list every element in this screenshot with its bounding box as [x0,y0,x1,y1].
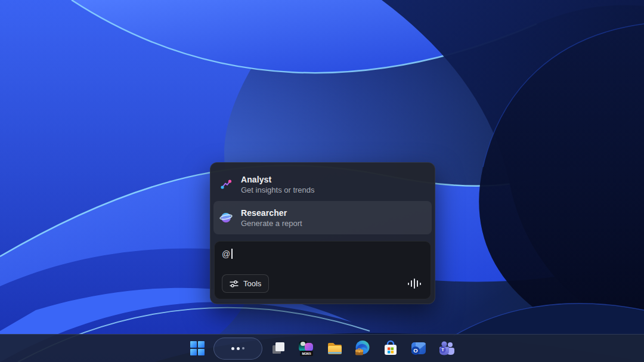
store-icon [382,340,399,357]
agent-item-researcher[interactable]: Researcher Generate a report [213,201,432,234]
text-cursor [231,249,233,259]
agent-subtitle: Get insights or trends [241,185,315,194]
trend-icon [219,178,233,191]
typing-dot [231,347,234,350]
edge-icon [354,339,371,357]
planet-icon [219,211,233,224]
typing-dot [242,347,244,349]
outlook-button[interactable]: O [407,336,431,360]
prompt-input-value[interactable]: @ [222,249,230,259]
work-briefcase-badge [355,349,363,355]
prompt-line[interactable]: @ [222,249,423,259]
prompt-controls: Tools [222,274,423,293]
search-pill[interactable] [213,338,262,360]
m365-copilot-icon: M365 [297,339,316,358]
teams-icon: T [438,339,456,357]
outlook-letter: O [413,347,417,354]
desktop: Analyst Get insights or trends Researche… [0,0,644,362]
taskbar-icon-row: M365 [185,336,459,360]
store-button[interactable] [379,336,402,360]
typing-dot [237,347,240,350]
start-button[interactable] [185,336,209,360]
m365-copilot-button[interactable]: M365 [295,336,318,360]
file-explorer-icon [326,340,343,357]
windows-logo-icon [190,341,205,356]
agent-title: Researcher [241,208,302,218]
teams-button[interactable]: T [435,336,459,360]
agent-subtitle: Generate a report [241,219,302,228]
voice-waveform-icon[interactable] [408,278,424,290]
task-view-button[interactable] [267,336,290,360]
agent-item-text: Researcher Generate a report [241,208,302,228]
copilot-flyout: Analyst Get insights or trends Researche… [210,162,435,304]
teams-letter: T [441,347,444,352]
prompt-input-box[interactable]: @ Tools [214,241,431,299]
task-view-icon [271,341,286,356]
agent-title: Analyst [241,175,315,184]
m365-badge-label: M365 [302,352,311,355]
agent-suggestion-list: Analyst Get insights or trends Researche… [210,163,435,237]
agent-item-text: Analyst Get insights or trends [241,175,315,194]
agent-item-analyst[interactable]: Analyst Get insights or trends [213,168,432,201]
tools-button-label: Tools [243,279,261,288]
tools-button[interactable]: Tools [222,274,269,293]
outlook-icon: O [410,339,428,357]
taskbar: M365 [0,334,644,362]
file-explorer-button[interactable] [323,336,346,360]
sliders-icon [230,280,239,288]
edge-button[interactable] [351,336,374,360]
